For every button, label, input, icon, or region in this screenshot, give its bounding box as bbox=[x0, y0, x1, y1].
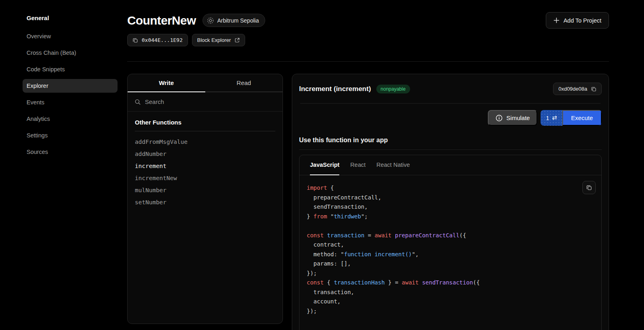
explorer-panels: Write Read Other Functions addFromMsgVal… bbox=[127, 74, 609, 330]
mutability-badge: nonpayable bbox=[376, 85, 410, 93]
sidebar-item-label: Events bbox=[27, 99, 44, 106]
usage-heading: Use this function in your app bbox=[292, 137, 609, 144]
code-tab-react[interactable]: React bbox=[350, 155, 365, 175]
swap-arrows-icon: ⇄ bbox=[552, 115, 557, 121]
code-line: contract, bbox=[307, 240, 594, 250]
sidebar-item-label: Code Snippets bbox=[27, 66, 65, 73]
network-badge[interactable]: Arbitrum Sepolia bbox=[202, 14, 266, 27]
contract-chips-row: 0x044E...1E92 Block Explorer bbox=[127, 34, 609, 46]
plus-icon bbox=[553, 17, 559, 23]
code-line: }); bbox=[307, 269, 594, 278]
info-icon bbox=[495, 114, 503, 122]
code-line: account, bbox=[307, 297, 594, 307]
sidebar-item-label: Explorer bbox=[27, 83, 48, 89]
sidebar-item-explorer[interactable]: Explorer bbox=[23, 79, 118, 93]
execute-button-group: 1 ⇄ Execute bbox=[541, 110, 602, 126]
contract-explorer-page: { "colors": { "accent_blue": "#2d63e6", … bbox=[0, 0, 644, 330]
header-divider bbox=[127, 61, 609, 62]
tab-label: Write bbox=[159, 79, 174, 86]
code-tab-label: React bbox=[350, 162, 365, 168]
sidebar-item-settings[interactable]: Settings bbox=[23, 129, 118, 142]
execute-count-value: 1 bbox=[546, 115, 549, 121]
search-icon bbox=[134, 99, 141, 105]
sidebar-nav: Overview Cross Chain (Beta) Code Snippet… bbox=[23, 29, 118, 159]
function-item-addnumber[interactable]: addNumber bbox=[135, 148, 275, 160]
code-line: const { transactionHash } = await sendTr… bbox=[307, 278, 594, 288]
contract-address-label: 0x044E...1E92 bbox=[142, 37, 183, 43]
function-search-input[interactable] bbox=[145, 98, 276, 105]
sidebar-item-sources[interactable]: Sources bbox=[23, 145, 118, 159]
code-line bbox=[307, 221, 594, 231]
tab-write[interactable]: Write bbox=[128, 74, 205, 92]
page-title: CounterNew bbox=[127, 14, 196, 27]
copy-icon bbox=[586, 185, 592, 191]
tab-label: Read bbox=[237, 79, 251, 86]
code-line: const transaction = await prepareContrac… bbox=[307, 231, 594, 241]
code-content: import { prepareContractCall, sendTransa… bbox=[307, 183, 594, 316]
sidebar-item-events[interactable]: Events bbox=[23, 95, 118, 109]
code-area: import { prepareContractCall, sendTransa… bbox=[299, 175, 601, 324]
simulate-button[interactable]: Simulate bbox=[488, 110, 537, 126]
write-read-tabs: Write Read bbox=[128, 74, 283, 92]
function-item-setnumber[interactable]: setNumber bbox=[135, 196, 275, 208]
code-language-tabs: JavaScript React React Native bbox=[299, 155, 601, 175]
contract-address-chip[interactable]: 0x044E...1E92 bbox=[127, 34, 188, 46]
code-tab-label: JavaScript bbox=[310, 162, 339, 168]
copy-code-button[interactable] bbox=[582, 181, 596, 194]
functions-panel-body: Other Functions addFromMsgValueaddNumber… bbox=[128, 112, 283, 208]
function-action-row: Simulate 1 ⇄ Execute bbox=[292, 104, 609, 126]
functions-section-divider bbox=[135, 131, 275, 131]
sidebar-item-label: Analytics bbox=[27, 116, 50, 122]
block-explorer-button[interactable]: Block Explorer bbox=[192, 34, 245, 46]
function-item-increment[interactable]: increment bbox=[135, 160, 275, 172]
code-tab-javascript[interactable]: JavaScript bbox=[310, 155, 339, 175]
sidebar-item-label: Settings bbox=[27, 132, 47, 139]
code-line: method: "function increment()", bbox=[307, 250, 594, 259]
sidebar-item-label: Cross Chain (Beta) bbox=[27, 50, 76, 56]
title-group: CounterNew Arbitrum Sepolia bbox=[127, 14, 265, 27]
main-content: CounterNew Arbitrum Sepolia Add To Proje… bbox=[127, 0, 644, 330]
execute-count-toggle[interactable]: 1 ⇄ bbox=[541, 110, 562, 126]
sidebar-item-cross-chain-beta[interactable]: Cross Chain (Beta) bbox=[23, 46, 118, 60]
block-explorer-label: Block Explorer bbox=[197, 37, 231, 43]
function-detail-panel: Increment (increment) nonpayable 0xd09de… bbox=[292, 74, 609, 330]
simulate-label: Simulate bbox=[506, 114, 530, 121]
sidebar-item-label: Sources bbox=[27, 149, 48, 155]
code-tab-label: React Native bbox=[376, 162, 410, 168]
code-snippet-card: JavaScript React React Native import { p… bbox=[299, 155, 602, 330]
code-line: import { bbox=[307, 183, 594, 193]
copy-icon bbox=[132, 37, 138, 43]
code-line: transaction, bbox=[307, 288, 594, 297]
sidebar: General Overview Cross Chain (Beta) Code… bbox=[0, 0, 127, 330]
sidebar-item-overview[interactable]: Overview bbox=[23, 29, 118, 43]
code-line: }); bbox=[307, 307, 594, 316]
function-list: addFromMsgValueaddNumberincrementincreme… bbox=[135, 136, 275, 208]
code-line: params: [], bbox=[307, 259, 594, 269]
code-line: sendTransaction, bbox=[307, 202, 594, 212]
network-badge-label: Arbitrum Sepolia bbox=[217, 17, 259, 24]
usage-divider bbox=[299, 149, 602, 150]
tab-read[interactable]: Read bbox=[205, 74, 283, 92]
add-to-project-label: Add To Project bbox=[564, 17, 601, 24]
function-selector-chip[interactable]: 0xd09de08a bbox=[553, 83, 602, 95]
network-icon bbox=[207, 17, 214, 24]
function-search-row bbox=[128, 92, 283, 112]
copy-icon bbox=[591, 86, 597, 92]
function-detail-header: Increment (increment) nonpayable 0xd09de… bbox=[292, 74, 609, 103]
sidebar-item-analytics[interactable]: Analytics bbox=[23, 112, 118, 126]
code-line: } from "thirdweb"; bbox=[307, 212, 594, 222]
code-line: prepareContractCall, bbox=[307, 193, 594, 203]
function-item-incrementnew[interactable]: incrementNew bbox=[135, 172, 275, 184]
function-title: Increment (increment) bbox=[299, 85, 371, 93]
function-item-addfrommsgvalue[interactable]: addFromMsgValue bbox=[135, 136, 275, 148]
sidebar-item-label: Overview bbox=[27, 33, 51, 39]
function-selector-label: 0xd09de08a bbox=[558, 86, 587, 92]
sidebar-heading: General bbox=[23, 15, 118, 21]
execute-button[interactable]: Execute bbox=[562, 110, 602, 126]
add-to-project-button[interactable]: Add To Project bbox=[546, 12, 609, 29]
sidebar-item-code-snippets[interactable]: Code Snippets bbox=[23, 62, 118, 76]
functions-section-title: Other Functions bbox=[135, 119, 275, 126]
code-tab-react-native[interactable]: React Native bbox=[376, 155, 410, 175]
page-header: CounterNew Arbitrum Sepolia Add To Proje… bbox=[127, 12, 609, 29]
function-item-mulnumber[interactable]: mulNumber bbox=[135, 184, 275, 196]
